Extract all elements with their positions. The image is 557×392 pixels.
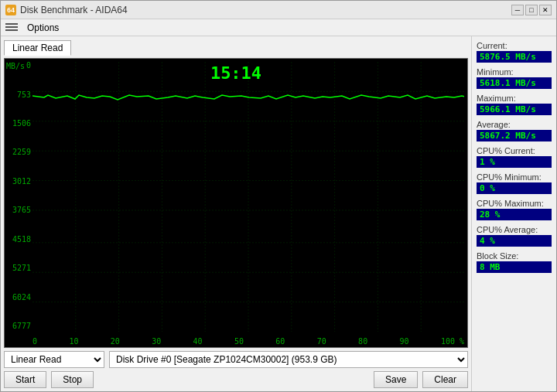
cpu-minimum-label: CPU% Minimum: (477, 172, 552, 182)
test-type-select[interactable]: Linear Read Random Read Linear Write Ran… (4, 351, 104, 368)
stat-minimum: Minimum: 5618.1 MB/s (477, 67, 552, 89)
selector-row: Linear Read Random Read Linear Write Ran… (4, 351, 468, 368)
stat-cpu-average: CPU% Average: 4 % (477, 225, 552, 247)
cpu-maximum-label: CPU% Maximum: (477, 199, 552, 208)
svg-rect-2 (5, 29, 18, 31)
content-area: Linear Read 15:14 MB/s 6777 6024 5271 45… (1, 36, 556, 391)
stat-block-size: Block Size: 8 MB (477, 251, 552, 273)
x-label-10: 10 (69, 337, 78, 346)
x-label-100: 100 % (441, 337, 464, 346)
app-icon: 64 (5, 5, 16, 15)
x-label-50: 50 (234, 337, 244, 346)
cpu-maximum-value: 28 % (477, 209, 552, 220)
minimum-value: 5618.1 MB/s (477, 77, 552, 89)
window-title: Disk Benchmark - AIDA64 (20, 5, 128, 15)
y-label-0: 0 (6, 62, 31, 70)
maximize-button[interactable]: □ (525, 5, 538, 15)
y-label-2259: 2259 (6, 148, 31, 156)
cpu-average-value: 4 % (477, 235, 552, 247)
bottom-controls: Linear Read Random Read Linear Write Ran… (4, 351, 468, 388)
stat-cpu-minimum: CPU% Minimum: 0 % (477, 172, 552, 194)
tab-bar: Linear Read (4, 39, 468, 55)
chart-grid (32, 62, 464, 332)
x-label-40: 40 (193, 337, 203, 346)
maximum-value: 5966.1 MB/s (477, 104, 552, 115)
cpu-average-label: CPU% Average: (477, 225, 552, 234)
chart-svg (32, 62, 464, 332)
y-label-1506: 1506 (6, 120, 31, 128)
x-label-90: 90 (400, 337, 409, 346)
maximum-label: Maximum: (477, 94, 552, 103)
main-window: 64 Disk Benchmark - AIDA64 ─ □ ✕ Options… (0, 0, 557, 392)
current-label: Current: (477, 41, 552, 50)
x-label-70: 70 (317, 337, 326, 346)
svg-rect-0 (5, 23, 18, 25)
x-label-20: 20 (111, 337, 120, 346)
stat-average: Average: 5867.2 MB/s (477, 120, 552, 141)
cpu-current-label: CPU% Current: (477, 146, 552, 155)
options-menu[interactable]: Options (22, 21, 63, 35)
menu-bar: Options (1, 19, 556, 36)
x-label-0: 0 (32, 337, 37, 346)
minimize-button[interactable]: ─ (511, 5, 524, 15)
y-label-6777: 6777 (6, 322, 31, 330)
window-controls: ─ □ ✕ (511, 5, 552, 15)
start-button[interactable]: Start (4, 371, 46, 388)
tab-linear-read[interactable]: Linear Read (4, 40, 71, 56)
clear-button[interactable]: Clear (422, 371, 468, 388)
stat-cpu-current: CPU% Current: 1 % (477, 146, 552, 168)
y-label-3012: 3012 (6, 178, 31, 186)
cpu-minimum-value: 0 % (477, 182, 552, 194)
chart-container: 15:14 MB/s 6777 6024 5271 4518 3765 3012… (4, 58, 468, 348)
x-label-60: 60 (275, 337, 285, 346)
main-panel: Linear Read 15:14 MB/s 6777 6024 5271 45… (1, 36, 471, 391)
options-icon (4, 21, 19, 35)
current-value: 5876.5 MB/s (477, 51, 552, 63)
y-label-5271: 5271 (6, 264, 31, 272)
save-button[interactable]: Save (374, 371, 418, 388)
close-button[interactable]: ✕ (539, 5, 552, 15)
title-bar: 64 Disk Benchmark - AIDA64 ─ □ ✕ (1, 1, 556, 19)
y-label-4518: 4518 (6, 236, 31, 244)
right-panel: Current: 5876.5 MB/s Minimum: 5618.1 MB/… (471, 36, 556, 391)
y-label-753: 753 (6, 91, 31, 99)
x-label-80: 80 (358, 337, 367, 346)
y-label-3765: 3765 (6, 206, 31, 214)
title-bar-left: 64 Disk Benchmark - AIDA64 (5, 5, 128, 15)
stop-button[interactable]: Stop (51, 371, 94, 388)
x-axis-labels: 0 10 20 30 40 50 60 70 80 90 100 % (32, 337, 464, 346)
cpu-current-value: 1 % (477, 156, 552, 168)
stat-cpu-maximum: CPU% Maximum: 28 % (477, 199, 552, 220)
average-value: 5867.2 MB/s (477, 130, 552, 141)
chart-timer: 15:14 (210, 63, 261, 83)
y-axis-labels: 6777 6024 5271 4518 3765 3012 2259 1506 … (6, 59, 31, 332)
average-label: Average: (477, 120, 552, 129)
block-size-value: 8 MB (477, 261, 552, 273)
drive-select[interactable]: Disk Drive #0 [Seagate ZP1024CM30002] (9… (109, 351, 468, 368)
x-label-30: 30 (152, 337, 161, 346)
minimum-label: Minimum: (477, 67, 552, 77)
svg-rect-1 (5, 26, 18, 28)
stat-maximum: Maximum: 5966.1 MB/s (477, 94, 552, 115)
button-row: Start Stop Save Clear (4, 371, 468, 388)
stat-current: Current: 5876.5 MB/s (477, 41, 552, 63)
y-label-6024: 6024 (6, 294, 31, 302)
block-size-label: Block Size: (477, 251, 552, 261)
